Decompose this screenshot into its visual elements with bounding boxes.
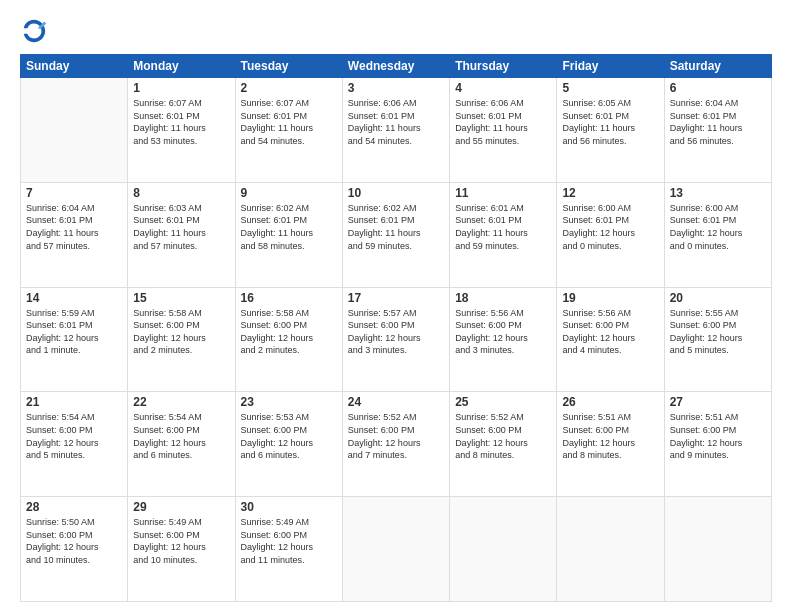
- day-number: 19: [562, 291, 658, 305]
- day-info: Sunrise: 5:59 AM Sunset: 6:01 PM Dayligh…: [26, 307, 122, 357]
- header-row: SundayMondayTuesdayWednesdayThursdayFrid…: [21, 55, 772, 78]
- day-number: 4: [455, 81, 551, 95]
- day-info: Sunrise: 6:01 AM Sunset: 6:01 PM Dayligh…: [455, 202, 551, 252]
- logo: [20, 18, 52, 44]
- day-number: 26: [562, 395, 658, 409]
- day-number: 14: [26, 291, 122, 305]
- day-info: Sunrise: 5:56 AM Sunset: 6:00 PM Dayligh…: [562, 307, 658, 357]
- day-cell: 21Sunrise: 5:54 AM Sunset: 6:00 PM Dayli…: [21, 392, 128, 497]
- day-cell: 30Sunrise: 5:49 AM Sunset: 6:00 PM Dayli…: [235, 497, 342, 602]
- day-info: Sunrise: 5:57 AM Sunset: 6:00 PM Dayligh…: [348, 307, 444, 357]
- day-info: Sunrise: 5:54 AM Sunset: 6:00 PM Dayligh…: [133, 411, 229, 461]
- day-number: 18: [455, 291, 551, 305]
- day-cell: 9Sunrise: 6:02 AM Sunset: 6:01 PM Daylig…: [235, 182, 342, 287]
- col-header-wednesday: Wednesday: [342, 55, 449, 78]
- day-info: Sunrise: 6:04 AM Sunset: 6:01 PM Dayligh…: [26, 202, 122, 252]
- day-number: 20: [670, 291, 766, 305]
- day-info: Sunrise: 6:05 AM Sunset: 6:01 PM Dayligh…: [562, 97, 658, 147]
- week-row-1: 1Sunrise: 6:07 AM Sunset: 6:01 PM Daylig…: [21, 78, 772, 183]
- calendar-page: SundayMondayTuesdayWednesdayThursdayFrid…: [0, 0, 792, 612]
- day-info: Sunrise: 5:52 AM Sunset: 6:00 PM Dayligh…: [455, 411, 551, 461]
- col-header-saturday: Saturday: [664, 55, 771, 78]
- day-info: Sunrise: 5:50 AM Sunset: 6:00 PM Dayligh…: [26, 516, 122, 566]
- day-number: 15: [133, 291, 229, 305]
- day-number: 23: [241, 395, 337, 409]
- day-number: 7: [26, 186, 122, 200]
- day-info: Sunrise: 5:54 AM Sunset: 6:00 PM Dayligh…: [26, 411, 122, 461]
- header: [20, 18, 772, 44]
- day-cell: 16Sunrise: 5:58 AM Sunset: 6:00 PM Dayli…: [235, 287, 342, 392]
- day-cell: 26Sunrise: 5:51 AM Sunset: 6:00 PM Dayli…: [557, 392, 664, 497]
- day-info: Sunrise: 6:00 AM Sunset: 6:01 PM Dayligh…: [562, 202, 658, 252]
- day-cell: 19Sunrise: 5:56 AM Sunset: 6:00 PM Dayli…: [557, 287, 664, 392]
- day-cell: 2Sunrise: 6:07 AM Sunset: 6:01 PM Daylig…: [235, 78, 342, 183]
- day-cell: 11Sunrise: 6:01 AM Sunset: 6:01 PM Dayli…: [450, 182, 557, 287]
- day-info: Sunrise: 6:03 AM Sunset: 6:01 PM Dayligh…: [133, 202, 229, 252]
- week-row-5: 28Sunrise: 5:50 AM Sunset: 6:00 PM Dayli…: [21, 497, 772, 602]
- day-info: Sunrise: 5:56 AM Sunset: 6:00 PM Dayligh…: [455, 307, 551, 357]
- day-cell: 29Sunrise: 5:49 AM Sunset: 6:00 PM Dayli…: [128, 497, 235, 602]
- day-cell: 10Sunrise: 6:02 AM Sunset: 6:01 PM Dayli…: [342, 182, 449, 287]
- day-info: Sunrise: 5:49 AM Sunset: 6:00 PM Dayligh…: [133, 516, 229, 566]
- week-row-2: 7Sunrise: 6:04 AM Sunset: 6:01 PM Daylig…: [21, 182, 772, 287]
- day-number: 16: [241, 291, 337, 305]
- day-info: Sunrise: 6:07 AM Sunset: 6:01 PM Dayligh…: [133, 97, 229, 147]
- day-cell: [21, 78, 128, 183]
- day-number: 6: [670, 81, 766, 95]
- day-number: 1: [133, 81, 229, 95]
- day-info: Sunrise: 6:06 AM Sunset: 6:01 PM Dayligh…: [348, 97, 444, 147]
- day-cell: 14Sunrise: 5:59 AM Sunset: 6:01 PM Dayli…: [21, 287, 128, 392]
- day-cell: [557, 497, 664, 602]
- day-number: 28: [26, 500, 122, 514]
- day-info: Sunrise: 5:51 AM Sunset: 6:00 PM Dayligh…: [670, 411, 766, 461]
- day-cell: [450, 497, 557, 602]
- col-header-thursday: Thursday: [450, 55, 557, 78]
- day-number: 10: [348, 186, 444, 200]
- day-number: 2: [241, 81, 337, 95]
- logo-icon: [20, 16, 48, 44]
- day-info: Sunrise: 6:04 AM Sunset: 6:01 PM Dayligh…: [670, 97, 766, 147]
- day-number: 29: [133, 500, 229, 514]
- day-number: 5: [562, 81, 658, 95]
- day-info: Sunrise: 5:55 AM Sunset: 6:00 PM Dayligh…: [670, 307, 766, 357]
- col-header-monday: Monday: [128, 55, 235, 78]
- day-cell: 5Sunrise: 6:05 AM Sunset: 6:01 PM Daylig…: [557, 78, 664, 183]
- day-number: 17: [348, 291, 444, 305]
- day-number: 30: [241, 500, 337, 514]
- day-info: Sunrise: 6:07 AM Sunset: 6:01 PM Dayligh…: [241, 97, 337, 147]
- day-info: Sunrise: 5:53 AM Sunset: 6:00 PM Dayligh…: [241, 411, 337, 461]
- day-number: 25: [455, 395, 551, 409]
- day-info: Sunrise: 6:02 AM Sunset: 6:01 PM Dayligh…: [348, 202, 444, 252]
- day-number: 8: [133, 186, 229, 200]
- week-row-3: 14Sunrise: 5:59 AM Sunset: 6:01 PM Dayli…: [21, 287, 772, 392]
- day-info: Sunrise: 5:52 AM Sunset: 6:00 PM Dayligh…: [348, 411, 444, 461]
- day-cell: 8Sunrise: 6:03 AM Sunset: 6:01 PM Daylig…: [128, 182, 235, 287]
- col-header-sunday: Sunday: [21, 55, 128, 78]
- col-header-tuesday: Tuesday: [235, 55, 342, 78]
- day-number: 22: [133, 395, 229, 409]
- day-number: 21: [26, 395, 122, 409]
- day-info: Sunrise: 6:00 AM Sunset: 6:01 PM Dayligh…: [670, 202, 766, 252]
- week-row-4: 21Sunrise: 5:54 AM Sunset: 6:00 PM Dayli…: [21, 392, 772, 497]
- day-cell: 28Sunrise: 5:50 AM Sunset: 6:00 PM Dayli…: [21, 497, 128, 602]
- day-cell: [342, 497, 449, 602]
- day-cell: 23Sunrise: 5:53 AM Sunset: 6:00 PM Dayli…: [235, 392, 342, 497]
- calendar-table: SundayMondayTuesdayWednesdayThursdayFrid…: [20, 54, 772, 602]
- day-cell: 15Sunrise: 5:58 AM Sunset: 6:00 PM Dayli…: [128, 287, 235, 392]
- day-cell: 13Sunrise: 6:00 AM Sunset: 6:01 PM Dayli…: [664, 182, 771, 287]
- day-cell: 22Sunrise: 5:54 AM Sunset: 6:00 PM Dayli…: [128, 392, 235, 497]
- day-number: 13: [670, 186, 766, 200]
- day-cell: [664, 497, 771, 602]
- day-number: 9: [241, 186, 337, 200]
- day-info: Sunrise: 5:58 AM Sunset: 6:00 PM Dayligh…: [241, 307, 337, 357]
- day-cell: 7Sunrise: 6:04 AM Sunset: 6:01 PM Daylig…: [21, 182, 128, 287]
- day-cell: 4Sunrise: 6:06 AM Sunset: 6:01 PM Daylig…: [450, 78, 557, 183]
- day-cell: 24Sunrise: 5:52 AM Sunset: 6:00 PM Dayli…: [342, 392, 449, 497]
- day-cell: 3Sunrise: 6:06 AM Sunset: 6:01 PM Daylig…: [342, 78, 449, 183]
- day-info: Sunrise: 6:06 AM Sunset: 6:01 PM Dayligh…: [455, 97, 551, 147]
- day-cell: 6Sunrise: 6:04 AM Sunset: 6:01 PM Daylig…: [664, 78, 771, 183]
- day-cell: 25Sunrise: 5:52 AM Sunset: 6:00 PM Dayli…: [450, 392, 557, 497]
- day-number: 12: [562, 186, 658, 200]
- col-header-friday: Friday: [557, 55, 664, 78]
- day-info: Sunrise: 5:49 AM Sunset: 6:00 PM Dayligh…: [241, 516, 337, 566]
